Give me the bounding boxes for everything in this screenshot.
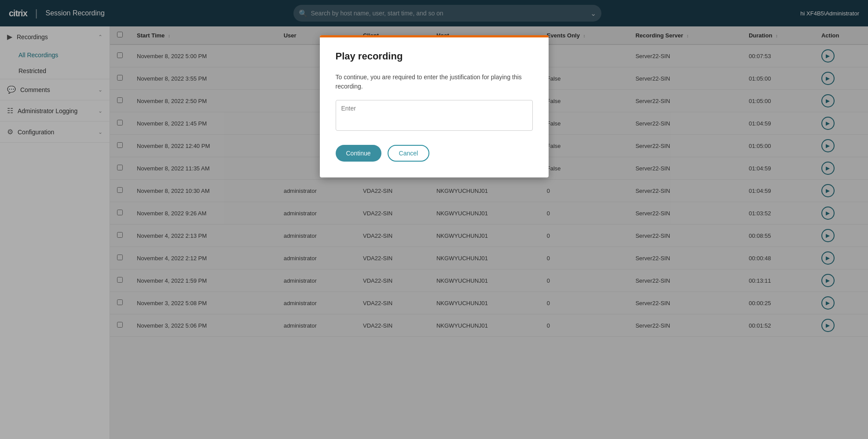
play-recording-dialog: Play recording To continue, you are requ… [320, 35, 549, 177]
cancel-button[interactable]: Cancel [388, 145, 430, 162]
dialog-body: To continue, you are required to enter t… [336, 73, 533, 91]
dialog-title: Play recording [336, 51, 533, 62]
dialog-actions: Continue Cancel [336, 145, 533, 162]
dialog-content: Play recording To continue, you are requ… [320, 37, 549, 177]
justification-input[interactable] [336, 100, 533, 131]
modal-overlay: Play recording To continue, you are requ… [0, 0, 868, 439]
continue-button[interactable]: Continue [336, 145, 381, 162]
